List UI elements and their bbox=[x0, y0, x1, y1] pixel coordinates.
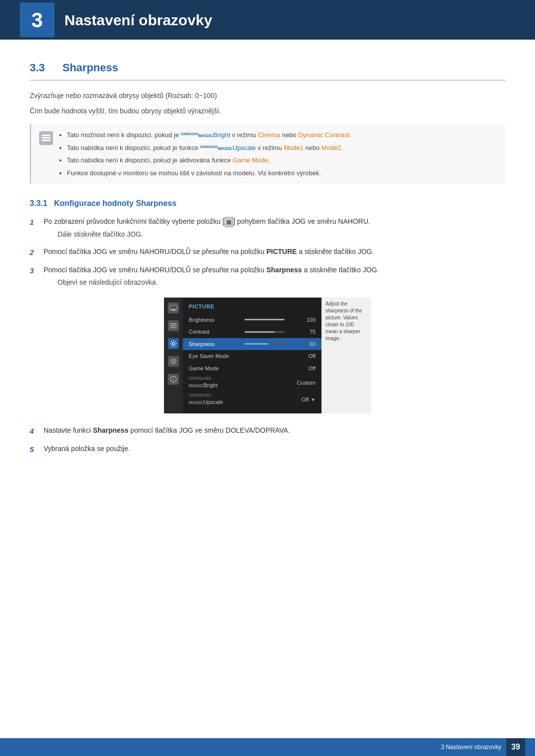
step-content-2: Pomocí tlačítka JOG ve směru NAHORU/DOLŮ… bbox=[44, 247, 505, 257]
svg-rect-5 bbox=[171, 310, 176, 311]
step-content-1: Po zobrazení průvodce funkčními tlačítky… bbox=[44, 216, 505, 240]
description-2: Čím bude hodnota vyšší, tím budou obrysy… bbox=[30, 106, 505, 116]
steps-list: 1 Po zobrazení průvodce funkčními tlačít… bbox=[30, 216, 505, 288]
section-heading: 3.3 Sharpness bbox=[30, 59, 505, 81]
step-num-5: 5 bbox=[30, 444, 39, 455]
step-5: 5 Vybraná položka se použije. bbox=[30, 444, 505, 455]
subsection-number: 3.3.1 bbox=[30, 199, 48, 207]
bright-highlight: Bright bbox=[214, 131, 230, 139]
screen-mockup: i PICTURE Brightness 100 bbox=[30, 298, 505, 413]
game-mode-highlight: Game Mode bbox=[233, 156, 268, 164]
mockup-row-magicbright: SAMSUNG MAGICBright Custom bbox=[183, 374, 321, 391]
upscale-highlight: Upscale bbox=[233, 144, 256, 151]
note-item-1: Tato možnost není k dispozici, pokud je … bbox=[67, 130, 351, 140]
main-content: 3.3 Sharpness Zvýrazňuje nebo rozmazává … bbox=[0, 40, 535, 502]
mockup-row-contrast: Contrast 75 bbox=[183, 326, 321, 338]
svg-rect-1 bbox=[42, 137, 51, 139]
mockup-picture-header: PICTURE bbox=[183, 302, 321, 314]
step-3-sub: Objeví se následující obrazovka. bbox=[57, 277, 505, 288]
steps-list-2: 4 Nastavte funkci Sharpness pomocí tlačí… bbox=[30, 425, 505, 455]
svg-rect-4 bbox=[172, 309, 175, 310]
sharpness-highlight-3: Sharpness bbox=[267, 266, 302, 274]
note-item-4: Funkce dostupné v monitoru se mohou liši… bbox=[67, 168, 351, 178]
svg-rect-7 bbox=[170, 325, 177, 326]
sidebar-settings-icon bbox=[168, 338, 179, 349]
footer-page-number: 39 bbox=[506, 738, 525, 756]
samsung-logo-2: SAMSUNGMAGIC bbox=[200, 146, 233, 151]
footer: 3 Nastavení obrazovky 39 bbox=[0, 738, 535, 756]
mockup-main-panel: PICTURE Brightness 100 Contrast bbox=[183, 298, 321, 413]
svg-rect-0 bbox=[42, 135, 51, 136]
step-num-3: 3 bbox=[30, 265, 39, 277]
sidebar-monitor-icon bbox=[168, 302, 179, 313]
section-title: Sharpness bbox=[62, 59, 118, 76]
mockup-row-magicupscale: SAMSUNG MAGICUpscale Off ▼ bbox=[183, 391, 321, 408]
mockup-tip: Adjust the sharpness of the picture. Val… bbox=[321, 298, 371, 413]
mockup-wrapper: i PICTURE Brightness 100 bbox=[164, 298, 371, 413]
step-content-4: Nastavte funkci Sharpness pomocí tlačítk… bbox=[44, 425, 505, 436]
step-num-1: 1 bbox=[30, 216, 39, 228]
sharpness-highlight-4: Sharpness bbox=[93, 426, 129, 434]
step-4: 4 Nastavte funkci Sharpness pomocí tlačí… bbox=[30, 425, 505, 437]
step-num-4: 4 bbox=[30, 425, 39, 437]
sidebar-info-icon: i bbox=[168, 374, 179, 385]
footer-chapter-label: 3 Nastavení obrazovky bbox=[441, 743, 501, 752]
mockup-row-gamemode: Game Mode Off bbox=[183, 362, 321, 375]
svg-rect-8 bbox=[170, 327, 177, 328]
note-list: Tato možnost není k dispozici, pokud je … bbox=[59, 130, 351, 178]
svg-rect-3 bbox=[169, 305, 177, 309]
mockup-sidebar: i bbox=[164, 298, 183, 413]
svg-rect-2 bbox=[42, 140, 51, 141]
step-num-2: 2 bbox=[30, 247, 39, 258]
step-3: 3 Pomocí tlačítka JOG ve směru NAHORU/DO… bbox=[30, 265, 505, 288]
chapter-header: 3 Nastavení obrazovky bbox=[0, 0, 535, 40]
step-1: 1 Po zobrazení průvodce funkčními tlačít… bbox=[30, 216, 505, 240]
step-content-5: Vybraná položka se použije. bbox=[44, 444, 505, 454]
chapter-title: Nastavení obrazovky bbox=[64, 9, 212, 31]
svg-point-9 bbox=[172, 343, 175, 345]
mockup-row-eyesaver: Eye Saver Mode Off bbox=[183, 350, 321, 362]
sidebar-gear-icon bbox=[168, 356, 179, 367]
note-item-3: Tato nabídka není k dispozici, pokud je … bbox=[67, 155, 351, 165]
jog-icon: ▦ bbox=[224, 217, 233, 227]
mockup-row-brightness: Brightness 100 bbox=[183, 314, 321, 326]
note-item-2: Tato nabídka není k dispozici, pokud je … bbox=[67, 143, 351, 153]
svg-rect-6 bbox=[170, 323, 177, 324]
section-number: 3.3 bbox=[30, 59, 54, 76]
subsection-heading: 3.3.1 Konfigurace hodnoty Sharpness bbox=[30, 198, 505, 209]
step-2: 2 Pomocí tlačítka JOG ve směru NAHORU/DO… bbox=[30, 247, 505, 258]
step-content-3: Pomocí tlačítka JOG ve směru NAHORU/DOLŮ… bbox=[44, 265, 505, 288]
picture-highlight: PICTURE bbox=[267, 248, 297, 255]
svg-text:i: i bbox=[173, 377, 174, 382]
subsection-title: Konfigurace hodnoty Sharpness bbox=[54, 199, 176, 207]
chapter-number: 3 bbox=[20, 2, 54, 37]
note-icon bbox=[39, 131, 53, 145]
samsung-logo-1: SAMSUNGMAGIC bbox=[181, 133, 214, 138]
mode2-highlight: Mode2 bbox=[321, 144, 341, 151]
step-1-sub: Dále stiskněte tlačítko JOG. bbox=[57, 229, 505, 240]
cinema-highlight: Cinema bbox=[258, 131, 280, 139]
sidebar-lines-icon bbox=[168, 320, 179, 331]
dynamic-contrast-highlight: Dynamic Contrast bbox=[298, 131, 349, 139]
note-box: Tato možnost není k dispozici, pokud je … bbox=[30, 124, 505, 184]
description-1: Zvýrazňuje nebo rozmazává obrysy objektů… bbox=[30, 91, 505, 101]
svg-point-11 bbox=[172, 360, 174, 362]
mockup-row-sharpness: Sharpness 60 bbox=[183, 338, 321, 351]
mode1-highlight: Mode1 bbox=[284, 144, 304, 151]
